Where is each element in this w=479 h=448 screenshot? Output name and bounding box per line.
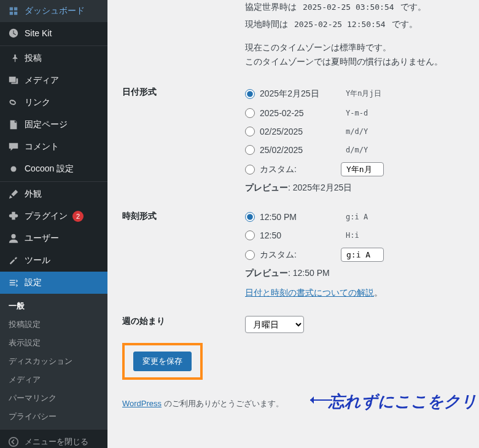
sidebar-label: ユーザー bbox=[25, 233, 59, 244]
time-radio-custom[interactable] bbox=[245, 250, 255, 260]
sidebar-item-media[interactable]: メディア bbox=[0, 69, 107, 92]
time-option-custom[interactable]: カスタム: bbox=[245, 248, 467, 262]
wordpress-link[interactable]: WordPress bbox=[122, 399, 162, 408]
time-option-2[interactable]: 12:50 H:i bbox=[245, 229, 467, 242]
collapse-menu-button[interactable]: メニューを閉じる bbox=[0, 429, 107, 448]
svg-point-2 bbox=[9, 438, 18, 446]
date-radio-label: 2025-02-25 bbox=[260, 108, 304, 118]
utc-label: 協定世界時は bbox=[245, 2, 297, 12]
page-icon bbox=[7, 119, 20, 131]
settings-icon bbox=[7, 277, 20, 289]
date-radio-4[interactable] bbox=[245, 145, 255, 155]
date-hint-2: Y-m-d bbox=[341, 107, 373, 119]
submenu-privacy[interactable]: プライバシー bbox=[0, 407, 107, 426]
menu-separator bbox=[0, 181, 107, 182]
pin-icon bbox=[7, 52, 20, 65]
week-start-select[interactable]: 月曜日 bbox=[245, 316, 304, 333]
datetime-format-help-link[interactable]: 日付と時刻の書式についての解説 bbox=[245, 288, 374, 297]
submenu-general[interactable]: 一般 bbox=[0, 297, 107, 315]
tz-note-2: このタイムゾーンでは夏時間の慣行はありません。 bbox=[245, 55, 467, 69]
sidebar-label: Cocoon 設定 bbox=[25, 163, 74, 175]
sidebar-item-plugins[interactable]: プラグイン 2 bbox=[0, 205, 107, 227]
main-content: 協定世界時は 2025-02-25 03:50:54 です。 現地時間は 202… bbox=[107, 0, 479, 448]
link-icon bbox=[7, 96, 20, 109]
media-icon bbox=[7, 74, 20, 87]
date-hint-4: d/m/Y bbox=[341, 144, 373, 156]
annotation-text: 忘れずにここをクリック bbox=[329, 391, 479, 412]
submenu-permalinks[interactable]: パーマリンク bbox=[0, 389, 107, 407]
wrench-icon bbox=[7, 254, 20, 267]
submenu-media[interactable]: メディア bbox=[0, 371, 107, 389]
footer-text: のご利用ありがとうございます。 bbox=[162, 399, 284, 408]
menu-separator bbox=[0, 45, 107, 46]
save-button[interactable]: 変更を保存 bbox=[133, 352, 192, 371]
date-custom-input[interactable] bbox=[341, 162, 384, 176]
date-option-3[interactable]: 02/25/2025 m/d/Y bbox=[245, 125, 467, 138]
plugin-icon bbox=[7, 210, 20, 222]
local-time-value: 2025-02-25 12:50:54 bbox=[290, 18, 389, 30]
svg-point-1 bbox=[11, 234, 15, 238]
plugin-update-badge: 2 bbox=[72, 211, 84, 222]
svg-point-0 bbox=[11, 167, 17, 172]
date-hint-1: Y年n月j日 bbox=[341, 87, 386, 101]
time-radio-label: 12:50 PM bbox=[260, 212, 297, 222]
time-hint-1: g:i A bbox=[341, 211, 373, 223]
sidebar-label: 設定 bbox=[25, 277, 42, 288]
utc-suffix: です。 bbox=[400, 2, 426, 12]
sidebar-item-pages[interactable]: 固定ページ bbox=[0, 114, 107, 136]
date-preview-label: プレビュー bbox=[245, 183, 288, 192]
collapse-icon bbox=[7, 436, 20, 448]
sidebar-label: ダッシュボード bbox=[25, 6, 85, 17]
submenu-reading[interactable]: 表示設定 bbox=[0, 334, 107, 352]
time-radio-label: 12:50 bbox=[260, 230, 281, 240]
user-icon bbox=[7, 232, 20, 245]
time-option-1[interactable]: 12:50 PM g:i A bbox=[245, 211, 467, 223]
sidebar-item-comments[interactable]: コメント bbox=[0, 136, 107, 158]
local-suffix: です。 bbox=[392, 19, 418, 29]
time-custom-input[interactable] bbox=[341, 248, 384, 262]
date-option-2[interactable]: 2025-02-25 Y-m-d bbox=[245, 107, 467, 119]
date-radio-3[interactable] bbox=[245, 127, 255, 136]
submenu-writing[interactable]: 投稿設定 bbox=[0, 315, 107, 334]
date-option-1[interactable]: 2025年2月25日 Y年n月j日 bbox=[245, 87, 467, 101]
dashboard-icon bbox=[7, 5, 20, 17]
sitekit-icon bbox=[7, 27, 20, 39]
sidebar-label: コメント bbox=[25, 141, 59, 152]
brush-icon bbox=[7, 188, 20, 200]
sidebar-item-cocoon[interactable]: Cocoon 設定 bbox=[0, 158, 107, 180]
save-highlight-box: 変更を保存 bbox=[122, 343, 203, 380]
date-radio-2[interactable] bbox=[245, 108, 255, 118]
week-start-label: 週の始まり bbox=[122, 316, 245, 327]
utc-time-value: 2025-02-25 03:50:54 bbox=[299, 1, 398, 13]
time-preview-value: 12:50 PM bbox=[293, 268, 330, 278]
sidebar-label: リンク bbox=[25, 97, 50, 108]
sidebar-item-users[interactable]: ユーザー bbox=[0, 227, 107, 250]
sidebar-item-sitekit[interactable]: Site Kit bbox=[0, 22, 107, 44]
date-custom-label: カスタム: bbox=[260, 164, 297, 175]
time-hint-2: H:i bbox=[341, 229, 364, 242]
sidebar-item-dashboard[interactable]: ダッシュボード bbox=[0, 0, 107, 22]
date-radio-1[interactable] bbox=[245, 89, 255, 99]
date-radio-label: 02/25/2025 bbox=[260, 127, 303, 136]
sidebar-label: 固定ページ bbox=[25, 119, 68, 130]
submenu-discussion[interactable]: ディスカッション bbox=[0, 352, 107, 371]
admin-sidebar: ダッシュボード Site Kit 投稿 メディア リンク 固定ページ コメント bbox=[0, 0, 107, 448]
date-option-custom[interactable]: カスタム: bbox=[245, 162, 467, 176]
sidebar-label: プラグイン bbox=[25, 211, 68, 222]
sidebar-item-tools[interactable]: ツール bbox=[0, 250, 107, 272]
sidebar-item-links[interactable]: リンク bbox=[0, 92, 107, 114]
timezone-description: 協定世界時は 2025-02-25 03:50:54 です。 現地時間は 202… bbox=[245, 0, 467, 69]
sidebar-item-settings[interactable]: 設定 bbox=[0, 272, 107, 294]
collapse-label: メニューを閉じる bbox=[25, 436, 88, 447]
time-format-label: 時刻形式 bbox=[122, 211, 245, 222]
sidebar-label: 投稿 bbox=[25, 53, 42, 64]
time-radio-2[interactable] bbox=[245, 230, 255, 240]
time-preview-label: プレビュー bbox=[245, 268, 288, 278]
date-preview-value: 2025年2月25日 bbox=[293, 183, 352, 192]
sidebar-item-posts[interactable]: 投稿 bbox=[0, 47, 107, 69]
date-radio-custom[interactable] bbox=[245, 165, 255, 175]
date-radio-label: 25/02/2025 bbox=[260, 145, 303, 155]
time-radio-1[interactable] bbox=[245, 212, 255, 222]
sidebar-item-appearance[interactable]: 外観 bbox=[0, 183, 107, 205]
date-option-4[interactable]: 25/02/2025 d/m/Y bbox=[245, 144, 467, 156]
